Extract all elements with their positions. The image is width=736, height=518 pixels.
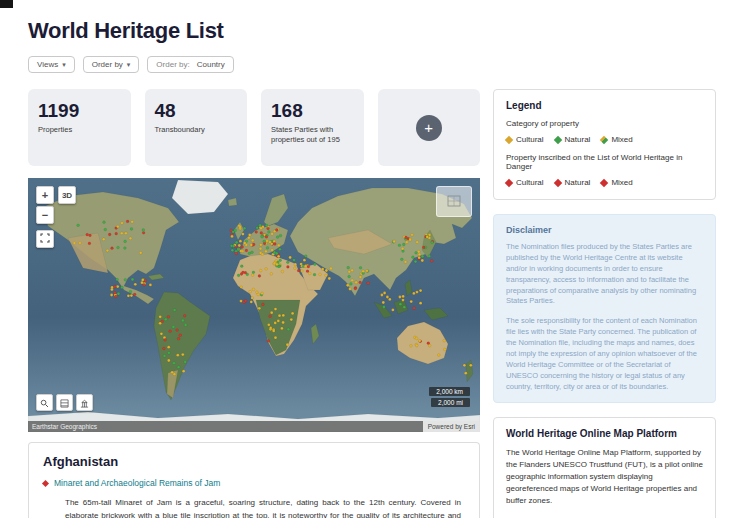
country-name: Afghanistan [43,454,465,469]
filter-toolbar: Views ▾ Order by ▾ Order by: Country [28,56,716,73]
danger-mixed-diamond-icon [600,178,608,186]
mixed-diamond-icon [600,135,608,143]
stats-row: 1199 Properties 48 Transboundary 168 Sta… [28,89,480,166]
order-by-chip-prefix: Order by: [156,60,189,69]
order-by-dropdown-label: Order by [92,60,123,69]
page-corner-artifact [0,0,13,8]
legend-category-heading: Category of property [506,119,703,128]
map-zoom-in-button[interactable]: + [36,186,54,204]
legend-danger-natural-label: Natural [565,178,591,187]
legend-item-mixed: Mixed [601,135,632,144]
legend-danger-cultural-label: Cultural [516,178,544,187]
disclaimer-paragraph-1: The Nomination files produced by the Sta… [506,242,703,307]
legend-mixed-label: Mixed [611,135,632,144]
search-icon [40,394,49,412]
cultural-diamond-icon [505,135,513,143]
transboundary-count: 48 [155,100,238,122]
legend-item-cultural: Cultural [506,135,544,144]
disclaimer-paragraph-2: The sole responsibility for the content … [506,316,703,392]
properties-label: Properties [38,125,114,135]
site-link[interactable]: Minaret and Archaeological Remains of Ja… [54,478,220,488]
chevron-down-icon: ▾ [62,61,66,69]
map-3d-toggle-button[interactable]: 3D [58,186,76,204]
legend-danger-row: Cultural Natural Mixed [506,178,703,187]
properties-count: 1199 [38,100,121,122]
map-attribution-bar: Earthstar Geographics Powered by Esri [28,421,480,432]
legend-item-danger-cultural: Cultural [506,178,544,187]
danger-natural-diamond-icon [553,178,561,186]
map-scale-mi: 2,000 mi [431,398,470,407]
world-map-canvas [28,178,480,432]
disclaimer-panel: Disclaimer The Nomination files produced… [493,214,716,403]
legend-cultural-label: Cultural [516,135,544,144]
danger-cultural-diamond-icon [505,178,513,186]
stat-card-add: + [378,89,481,166]
order-by-chip-value: Country [197,60,225,69]
map-zoom-out-button[interactable]: − [36,206,54,224]
building-icon [80,394,89,412]
legend-item-natural: Natural [555,135,591,144]
platform-title: World Heritage Online Map Platform [506,428,703,439]
map-attribution-text: Earthstar Geographics [32,423,97,430]
stat-card-properties: 1199 Properties [28,89,131,166]
map-search-button[interactable] [36,394,53,411]
basemap-gallery-toggle[interactable] [436,186,472,217]
legend-natural-label: Natural [565,135,591,144]
legend-danger-heading: Property inscribed on the List of World … [506,153,703,171]
cultural-danger-diamond-icon [42,479,49,486]
fullscreen-icon [40,233,50,245]
order-by-country-chip[interactable]: Order by: Country [147,56,233,73]
add-stat-button[interactable]: + [416,115,442,141]
basemap-icon [447,193,461,211]
legend-panel: Legend Category of property Cultural Nat… [493,89,716,200]
world-map[interactable]: + 3D − [28,178,480,432]
legend-title: Legend [506,100,703,111]
country-section-afghanistan: Afghanistan Minaret and Archaeological R… [28,442,480,518]
map-fullscreen-button[interactable] [36,230,54,248]
legend-category-row: Cultural Natural Mixed [506,135,703,144]
transboundary-label: Transboundary [155,125,231,135]
map-toolbar [36,394,93,411]
site-row: Minaret and Archaeological Remains of Ja… [43,478,465,488]
powered-by-esri: Powered by Esri [423,421,480,432]
views-dropdown-label: Views [37,60,58,69]
views-dropdown-button[interactable]: Views ▾ [28,56,75,73]
legend-item-danger-natural: Natural [555,178,591,187]
disclaimer-title: Disclaimer [506,225,703,235]
legend-item-danger-mixed: Mixed [601,178,632,187]
page-title: World Heritage List [28,18,716,44]
world-heritage-list-page: World Heritage List Views ▾ Order by ▾ O… [0,0,736,518]
states-parties-label: States Parties with properties out of 19… [271,125,347,145]
chevron-down-icon: ▾ [127,61,131,69]
map-layers-button[interactable] [56,394,73,411]
platform-description: The World Heritage Online Map Platform, … [506,447,703,507]
layers-grid-icon [60,394,69,412]
stat-card-states-parties: 168 States Parties with properties out o… [261,89,364,166]
site-description: The 65m-tall Minaret of Jam is a gracefu… [65,497,461,518]
order-by-dropdown-button[interactable]: Order by ▾ [83,56,140,73]
map-home-extent-button[interactable] [76,394,93,411]
natural-diamond-icon [553,135,561,143]
map-platform-panel: World Heritage Online Map Platform The W… [493,417,716,518]
stat-card-transboundary: 48 Transboundary [145,89,248,166]
map-scale-km: 2,000 km [429,387,470,396]
states-parties-count: 168 [271,100,354,122]
legend-danger-mixed-label: Mixed [611,178,632,187]
